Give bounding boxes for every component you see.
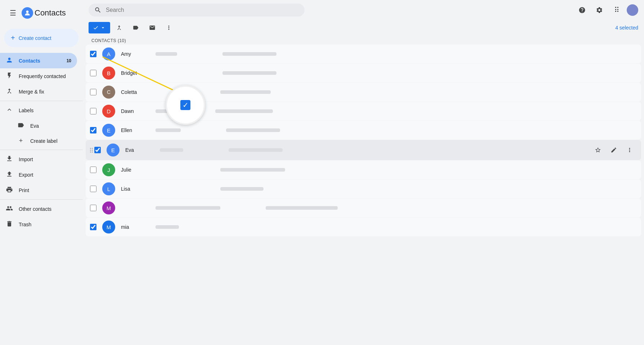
divider-3: [0, 199, 83, 200]
contact-name-dawn: Dawn: [121, 108, 150, 114]
contact-info-m: [156, 206, 637, 210]
placeholder-bar: [215, 109, 273, 113]
contact-name-mia: mia: [121, 224, 150, 230]
placeholder-bar: [156, 52, 177, 56]
sidebar-item-trash[interactable]: Trash: [0, 217, 77, 232]
contact-avatar-amy: A: [102, 47, 115, 60]
drag-handle: [90, 148, 93, 153]
contact-checkbox-m[interactable]: [90, 205, 96, 211]
label-button[interactable]: [128, 22, 143, 34]
select-all-button[interactable]: [89, 22, 110, 33]
frequently-contacted-label: Frequently contacted: [19, 73, 66, 79]
settings-button[interactable]: [592, 3, 607, 17]
menu-button[interactable]: ☰: [6, 6, 20, 20]
contact-checkbox-coletta[interactable]: [90, 89, 96, 95]
contact-row[interactable]: L Lisa: [86, 180, 641, 198]
other-contacts-label: Other contacts: [19, 206, 51, 212]
eva-label-icon: [17, 122, 24, 130]
contact-row[interactable]: C Coletta: [86, 83, 641, 101]
contact-checkbox-ellen[interactable]: [90, 127, 96, 133]
contact-row[interactable]: D Dawn: [86, 102, 641, 121]
contact-row[interactable]: m mia: [86, 218, 641, 236]
more-contact-button[interactable]: [622, 143, 637, 157]
trash-label: Trash: [19, 222, 31, 227]
star-button[interactable]: [591, 143, 605, 157]
merge-button[interactable]: [112, 22, 127, 34]
sidebar-item-create-label[interactable]: + Create label: [0, 133, 77, 148]
contact-checkbox-dawn[interactable]: [90, 108, 96, 114]
sidebar-item-merge-fix[interactable]: Merge & fix: [0, 84, 77, 99]
contact-checkbox-julie[interactable]: [90, 167, 96, 173]
placeholder-bar: [220, 168, 285, 172]
merge-fix-label: Merge & fix: [19, 89, 44, 95]
contacts-badge: 10: [67, 58, 71, 63]
apps-button[interactable]: ⠿: [609, 3, 624, 17]
sidebar-item-import[interactable]: Import: [0, 151, 77, 167]
edit-icon: [611, 147, 617, 153]
placeholder-bar: [229, 148, 283, 152]
main-content: ⠿ 4 selected CONTACTS (10) A Amy: [83, 0, 644, 345]
search-bar[interactable]: [89, 4, 305, 17]
contact-info-coletta: [156, 90, 637, 94]
contact-name-bridget: Bridget: [121, 70, 150, 76]
app-title: Contacts: [35, 8, 66, 18]
user-avatar[interactable]: [627, 4, 638, 16]
more-actions-button[interactable]: [161, 22, 176, 34]
contact-row[interactable]: A Amy: [86, 45, 641, 63]
sidebar-item-labels[interactable]: Labels: [0, 103, 77, 118]
contact-info-lisa: [156, 187, 637, 191]
edit-button[interactable]: [607, 143, 621, 157]
label-icon: [132, 24, 139, 31]
placeholder-bar: [220, 90, 271, 94]
contact-name-ellen: Ellen: [121, 127, 150, 133]
placeholder-bar: [156, 206, 220, 210]
contact-info-dawn: [156, 109, 637, 113]
contact-row[interactable]: J Julie: [86, 160, 641, 179]
contact-avatar-ellen: E: [102, 124, 115, 137]
sidebar-item-print[interactable]: Print: [0, 182, 77, 198]
help-button[interactable]: [575, 3, 589, 17]
contact-row[interactable]: B Bridget: [86, 64, 641, 82]
svg-point-0: [26, 10, 29, 13]
contact-avatar-coletta: C: [102, 86, 115, 99]
create-contact-button[interactable]: + Create contact: [4, 29, 78, 47]
selected-count: 4 selected: [615, 25, 638, 31]
contact-avatar-dawn: D: [102, 105, 115, 118]
sidebar: ☰ Contacts + Create contact Contacts 10 …: [0, 0, 83, 345]
contact-row[interactable]: m: [86, 199, 641, 217]
contact-name-lisa: Lisa: [121, 186, 150, 192]
contact-info-julie: [156, 168, 637, 172]
placeholder-bar: [266, 206, 338, 210]
contact-info-amy: [156, 52, 637, 56]
topbar-right: ⠿: [575, 3, 638, 17]
contact-checkbox-eva[interactable]: [94, 147, 101, 153]
contact-checkbox-mia[interactable]: [90, 224, 96, 230]
trash-icon: [6, 220, 13, 228]
contact-checkbox-bridget[interactable]: [90, 70, 96, 76]
checkmark-icon: [93, 25, 99, 31]
contact-checkbox-amy[interactable]: [90, 51, 96, 57]
placeholder-bar: [156, 128, 181, 132]
print-label: Print: [19, 187, 29, 193]
search-icon: [94, 6, 102, 14]
placeholder-bar: [156, 109, 170, 113]
frequently-contacted-icon: [6, 72, 13, 80]
placeholder-bar: [222, 71, 276, 75]
star-icon: [595, 147, 601, 153]
sidebar-item-frequently-contacted[interactable]: Frequently contacted: [0, 68, 77, 84]
import-label: Import: [19, 156, 33, 162]
contact-row[interactable]: E Ellen: [86, 121, 641, 140]
contact-checkbox-lisa[interactable]: [90, 186, 96, 192]
sidebar-item-contacts[interactable]: Contacts 10: [0, 53, 77, 68]
search-input[interactable]: [106, 7, 299, 13]
contact-info-eva: [160, 148, 591, 152]
email-button[interactable]: [145, 22, 160, 34]
contact-row-eva[interactable]: E Eva: [86, 140, 641, 160]
topbar: ⠿: [83, 0, 644, 20]
sidebar-item-eva[interactable]: Eva: [0, 118, 77, 133]
sidebar-item-export[interactable]: Export: [0, 167, 77, 182]
contact-avatar-bridget: B: [102, 67, 115, 80]
sidebar-item-other-contacts[interactable]: Other contacts: [0, 201, 77, 217]
other-contacts-icon: [6, 205, 13, 213]
create-label-icon: +: [17, 137, 24, 145]
